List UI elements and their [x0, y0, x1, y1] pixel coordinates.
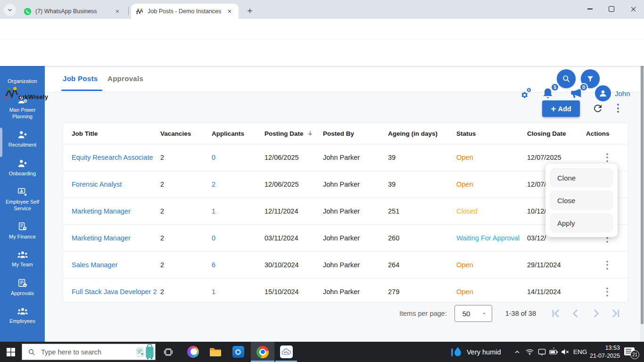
table-row: Forensic Analyst 2 2 12/06/2025 John Par… — [63, 171, 628, 197]
scrollbar-thumb[interactable] — [641, 44, 644, 324]
tab-close-icon[interactable] — [113, 7, 122, 16]
filter-icon — [586, 74, 594, 83]
task-view-button[interactable] — [157, 342, 179, 362]
new-tab-icon[interactable] — [243, 4, 256, 17]
taskbar-search-box[interactable] — [22, 344, 156, 360]
sidebar-item-recruitment[interactable]: Recruitment — [0, 130, 45, 148]
page-scrollbar[interactable] — [640, 40, 644, 342]
add-button[interactable]: + Add — [542, 100, 580, 117]
tab-approvals[interactable]: Approvals — [107, 66, 143, 90]
menu-item-apply[interactable]: Apply — [550, 214, 613, 232]
table-row: Marketing Manager 2 1 12/11/2024 John Pa… — [63, 197, 628, 224]
applicants-link[interactable]: 1 — [212, 207, 264, 215]
wifi-icon[interactable] — [525, 342, 534, 362]
job-title-link[interactable]: Sales Manager — [72, 261, 160, 269]
chevron-down-icon — [481, 311, 487, 316]
window-close-button[interactable] — [622, 0, 644, 18]
cast-display-icon[interactable] — [537, 342, 546, 362]
notification-center-button[interactable]: 21 — [624, 342, 636, 362]
hrapp-cloud-button[interactable] — [275, 342, 297, 362]
menu-item-clone[interactable]: Clone — [550, 168, 613, 187]
browser-tabstrip: (7) WhatsApp Business Job Posts - Demo I… — [0, 0, 644, 19]
workwisely-favicon — [136, 8, 144, 16]
status-badge: Closed — [456, 207, 527, 215]
language-indicator[interactable]: ENG — [573, 342, 587, 362]
taskbar-search-input[interactable] — [40, 348, 130, 356]
user-menu[interactable]: John — [595, 85, 630, 101]
volume-muted-icon[interactable] — [561, 342, 570, 362]
refresh-icon[interactable] — [592, 103, 603, 114]
weather-widget[interactable]: Very humid — [451, 342, 501, 362]
status-badge: Waiting For Approval — [456, 234, 527, 242]
job-title-link[interactable]: Full Stack Java Developer 2 — [72, 288, 160, 296]
browser-tab-whatsapp[interactable]: (7) WhatsApp Business — [19, 4, 126, 19]
window-maximize-button[interactable] — [601, 0, 622, 18]
row-actions-kebab-icon[interactable] — [606, 153, 608, 162]
weather-text: Very humid — [467, 348, 501, 356]
table-options-kebab-icon[interactable] — [617, 104, 619, 113]
clock-widget[interactable]: 13:53 21-07-2025 — [590, 342, 620, 362]
sidebar-item-approvals[interactable]: Approvals — [0, 279, 45, 297]
sidebar-item-my-team[interactable]: My Team — [0, 251, 45, 268]
settings-gears-icon[interactable] — [520, 87, 534, 101]
job-title-link[interactable]: Marketing Manager — [72, 207, 160, 215]
time-text: 13:53 — [590, 344, 620, 352]
sidebar-item-employee-self-service[interactable]: Employee Self Service — [0, 188, 45, 212]
sort-desc-arrow-icon[interactable] — [306, 130, 314, 137]
sidebar-item-organization[interactable]: Organization — [0, 78, 45, 85]
user-name: John — [615, 90, 630, 98]
date-text: 21-07-2025 — [590, 352, 620, 360]
row-actions-kebab-icon[interactable] — [606, 288, 608, 296]
tab-title: (7) WhatsApp Business — [35, 8, 109, 15]
notifications-bell-icon[interactable]: 5 — [541, 87, 555, 101]
applicants-link[interactable]: 6 — [212, 261, 264, 269]
search-highlight-luggage-icon[interactable] — [135, 344, 156, 360]
menu-item-close[interactable]: Close — [550, 191, 613, 210]
previous-page-icon[interactable] — [570, 307, 582, 320]
applicants-link[interactable]: 2 — [212, 181, 264, 188]
browser-tab-jobposts[interactable]: Job Posts - Demo Instances | HR — [131, 4, 239, 19]
applicants-link[interactable]: 0 — [212, 234, 264, 242]
last-page-icon[interactable] — [610, 307, 622, 320]
announcements-badge: 0 — [579, 83, 588, 91]
status-badge: Open — [456, 288, 527, 296]
sidebar-item-onboarding[interactable]: Onboarding — [0, 159, 45, 177]
tab-title: Job Posts - Demo Instances | HR — [148, 8, 222, 15]
job-title-link[interactable]: Equity Research Associate — [72, 154, 160, 161]
status-badge: Open — [456, 181, 527, 188]
tab-close-icon[interactable] — [225, 7, 234, 16]
humidity-droplet-icon — [451, 346, 463, 358]
screen: (7) WhatsApp Business Job Posts - Demo I… — [0, 0, 644, 362]
tab-job-posts[interactable]: Job Posts — [63, 66, 98, 90]
next-page-icon[interactable] — [590, 307, 602, 320]
row-actions-kebab-icon[interactable] — [606, 261, 608, 270]
start-button[interactable] — [0, 342, 22, 362]
tab-separator — [128, 7, 129, 15]
sidebar-item-my-finance[interactable]: My Finance — [0, 222, 45, 240]
first-page-icon[interactable] — [549, 307, 561, 320]
applicants-link[interactable]: 0 — [212, 154, 264, 161]
search-icon — [561, 74, 571, 83]
battery-icon[interactable] — [549, 342, 559, 362]
announcements-megaphone-icon[interactable]: 0 — [570, 87, 584, 101]
items-per-page-select[interactable]: 50 — [454, 305, 492, 322]
items-per-page-label: Items per page: — [399, 310, 447, 317]
job-title-link[interactable]: Marketing Manager — [72, 234, 160, 242]
posting-date-sort-header[interactable]: Posting Date — [264, 130, 323, 137]
applicants-link[interactable]: 1 — [212, 288, 264, 296]
copilot-button[interactable] — [182, 342, 204, 362]
search-button[interactable] — [557, 69, 576, 88]
file-explorer-button[interactable] — [205, 342, 226, 362]
tab-search-chevron-icon[interactable] — [4, 4, 16, 16]
outlook-button[interactable] — [227, 342, 249, 362]
cloud-app-icon — [280, 346, 293, 358]
user-avatar-icon — [595, 85, 611, 101]
window-minimize-button[interactable] — [579, 0, 601, 18]
notification-count-badge: 21 — [630, 350, 639, 359]
sidebar-item-employees[interactable]: Employees — [0, 307, 45, 325]
tray-chevron-up-icon[interactable] — [513, 342, 521, 362]
sidebar-scrollbar-thumb[interactable] — [0, 128, 2, 157]
job-title-link[interactable]: Forensic Analyst — [72, 181, 160, 188]
status-badge: Open — [456, 261, 527, 269]
chrome-button[interactable] — [251, 342, 274, 362]
